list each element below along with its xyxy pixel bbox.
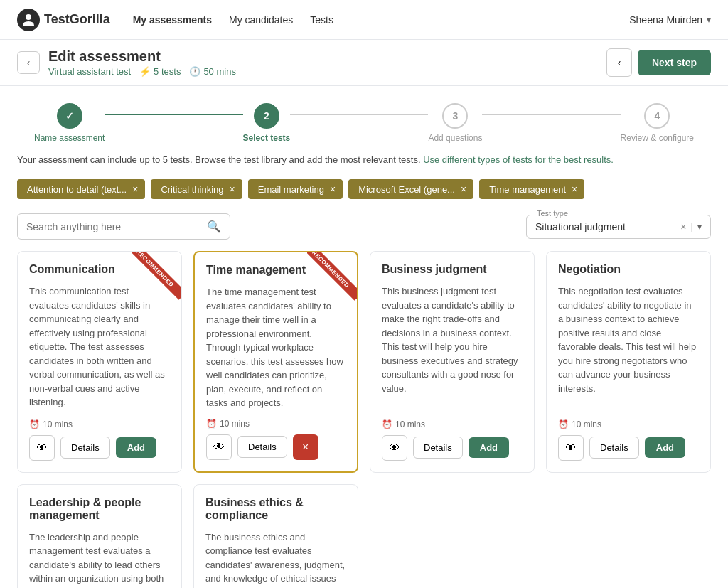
prev-step-button[interactable]: ‹ xyxy=(606,48,632,77)
step-1-label: Name assessment xyxy=(34,133,105,143)
card-desc-3: This negotiation test evaluates candidat… xyxy=(558,284,699,411)
recommended-badge-1 xyxy=(307,252,357,302)
header-bar: ‹ Edit assessment Virtual assistant test… xyxy=(0,40,728,86)
details-button-2[interactable]: Details xyxy=(413,437,463,459)
add-button-0[interactable]: Add xyxy=(116,437,156,458)
next-step-button[interactable]: Next step xyxy=(638,50,711,75)
nav-my-candidates[interactable]: My candidates xyxy=(229,14,293,26)
remove-test-2-icon[interactable]: × xyxy=(330,183,336,195)
filter-label: Test type xyxy=(534,209,571,218)
card-business-ethics: Business ethics & compliance The busines… xyxy=(193,484,358,589)
eye-icon-0: 👁 xyxy=(36,442,48,454)
nav-my-assessments[interactable]: My assessments xyxy=(133,14,212,26)
header-subtitle: Virtual assistant test ⚡ 5 tests 🕐 50 mi… xyxy=(48,66,236,77)
test-type-filter[interactable]: Test type Situational judgment × | ▾ xyxy=(526,215,711,239)
test-tag-label: Microsoft Excel (gene... xyxy=(358,184,455,195)
card-time-2: ⏰ 10 mins xyxy=(382,419,523,429)
eye-icon-2: 👁 xyxy=(389,442,400,454)
logo-text: TestGorilla xyxy=(44,12,110,27)
tests-count: ⚡ 5 tests xyxy=(139,66,181,77)
filter-value: Situational judgment xyxy=(535,221,675,232)
card-actions-1: 👁 Details × xyxy=(206,434,346,460)
filter-actions: × | ▾ xyxy=(680,221,702,232)
step-4: 4 Review & configure xyxy=(621,103,694,143)
add-button-2[interactable]: Add xyxy=(469,437,509,458)
clock-icon-0: ⏰ xyxy=(29,419,40,429)
description-text: Your assessment can include up to 5 test… xyxy=(17,154,421,165)
eye-icon-3: 👁 xyxy=(565,442,577,454)
selected-test-4[interactable]: Time management × xyxy=(479,179,584,199)
user-chevron-icon: ▾ xyxy=(707,15,711,25)
search-icon: 🔍 xyxy=(207,220,221,233)
nav-tests[interactable]: Tests xyxy=(310,14,333,26)
navbar: TestGorilla My assessments My candidates… xyxy=(0,0,728,40)
card-time-management: Time management The time management test… xyxy=(193,251,358,473)
card-leadership: Leadership & people management The leade… xyxy=(17,484,182,589)
add-button-3[interactable]: Add xyxy=(645,437,685,458)
card-communication: Communication This communication test ev… xyxy=(17,251,182,473)
bottom-card-title-0: Leadership & people management xyxy=(29,496,170,522)
preview-button-0[interactable]: 👁 xyxy=(29,435,55,461)
card-desc-2: This business judgment test evaluates a … xyxy=(382,284,523,411)
test-tag-label: Time management xyxy=(489,184,566,195)
user-menu[interactable]: Sheena Muirden ▾ xyxy=(629,14,711,26)
card-actions-0: 👁 Details Add xyxy=(29,435,170,461)
card-actions-3: 👁 Details Add xyxy=(558,435,699,461)
description-link[interactable]: Use different types of tests for the bes… xyxy=(423,154,614,165)
test-tag-label: Email marketing xyxy=(258,184,324,195)
step-1: ✓ Name assessment xyxy=(34,103,105,143)
remove-test-4-icon[interactable]: × xyxy=(572,183,577,195)
step-2-circle: 2 xyxy=(254,103,279,129)
selected-test-3[interactable]: Microsoft Excel (gene... × xyxy=(348,179,473,199)
selected-test-2[interactable]: Email marketing × xyxy=(248,179,343,199)
description-bar: Your assessment can include up to 5 test… xyxy=(0,149,728,173)
step-3-label: Add questions xyxy=(428,133,482,143)
eye-icon-1: 👁 xyxy=(213,441,225,454)
step-line-3 xyxy=(482,114,620,115)
step-1-circle: ✓ xyxy=(57,103,82,129)
selected-test-1[interactable]: Critical thinking × xyxy=(151,179,242,199)
preview-button-2[interactable]: 👁 xyxy=(382,435,407,461)
card-desc-0: This communication test evaluates candid… xyxy=(29,284,170,411)
details-button-3[interactable]: Details xyxy=(589,437,639,459)
bottom-card-desc-1: The business ethics and compliance test … xyxy=(205,530,346,589)
svg-point-0 xyxy=(26,14,31,20)
filter-clear-icon[interactable]: × xyxy=(680,221,686,232)
search-input[interactable] xyxy=(26,221,201,232)
step-3: 3 Add questions xyxy=(428,103,482,143)
logo[interactable]: TestGorilla xyxy=(17,9,110,31)
preview-button-1[interactable]: 👁 xyxy=(206,434,232,460)
test-tag-label: Attention to detail (text... xyxy=(27,184,127,195)
clock-icon-2: ⏰ xyxy=(382,419,392,429)
remove-test-0-icon[interactable]: × xyxy=(132,183,138,195)
header-left: ‹ Edit assessment Virtual assistant test… xyxy=(17,48,236,77)
bottom-card-title-1: Business ethics & compliance xyxy=(205,496,346,522)
bottom-card-desc-0: The leadership and people management tes… xyxy=(29,530,170,589)
assessment-name: Virtual assistant test xyxy=(48,66,131,77)
card-time-0: ⏰ 10 mins xyxy=(29,419,170,429)
selected-test-0[interactable]: Attention to detail (text... × xyxy=(17,179,145,199)
tests-icon: ⚡ xyxy=(139,66,151,77)
clock-icon-1: ⏰ xyxy=(206,419,217,429)
card-negotiation: Negotiation This negotiation test evalua… xyxy=(546,251,711,473)
test-tag-label: Critical thinking xyxy=(161,184,223,195)
remove-button-1[interactable]: × xyxy=(293,434,318,460)
card-desc-1: The time management test evaluates candi… xyxy=(206,285,346,410)
clock-icon-3: ⏰ xyxy=(558,419,569,429)
back-button[interactable]: ‹ xyxy=(17,51,40,74)
details-button-0[interactable]: Details xyxy=(60,437,110,459)
preview-button-3[interactable]: 👁 xyxy=(558,435,584,461)
card-time-1: ⏰ 10 mins xyxy=(206,419,346,429)
step-3-circle: 3 xyxy=(442,103,468,129)
cards-grid: Communication This communication test ev… xyxy=(0,251,728,484)
search-filter-row: 🔍 Test type Situational judgment × | ▾ xyxy=(0,208,728,251)
filter-chevron-icon[interactable]: ▾ xyxy=(697,222,702,232)
navbar-links: My assessments My candidates Tests xyxy=(133,14,630,26)
card-title-3: Negotiation xyxy=(558,263,699,276)
details-button-1[interactable]: Details xyxy=(237,436,287,458)
card-time-3: ⏰ 10 mins xyxy=(558,419,699,429)
card-title-2: Business judgment xyxy=(382,263,523,276)
remove-test-1-icon[interactable]: × xyxy=(230,183,235,195)
stepper: ✓ Name assessment 2 Select tests 3 Add q… xyxy=(0,86,728,149)
remove-test-3-icon[interactable]: × xyxy=(461,183,466,195)
